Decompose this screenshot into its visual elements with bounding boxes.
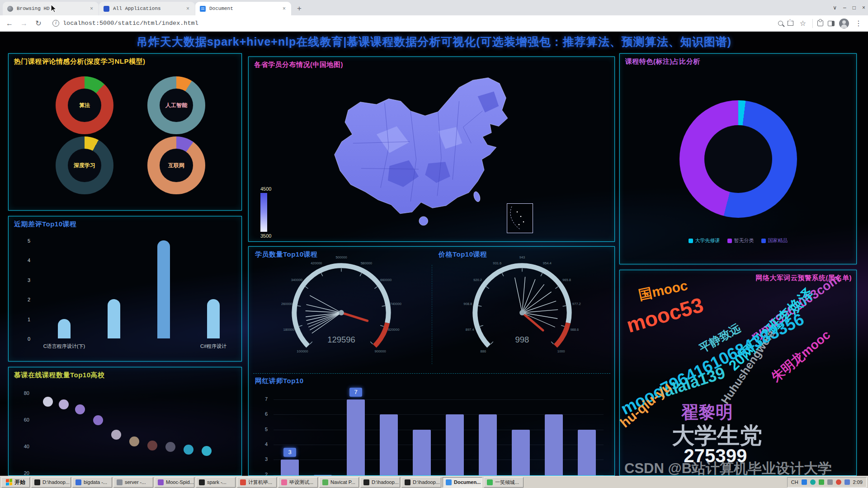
taskbar-button[interactable]: bigdata -...: [72, 477, 112, 488]
bad-reviews-bar-chart[interactable]: 012345C语言程序设计(下)C#程序设计: [9, 216, 241, 361]
dashboard: 吊炸天大数据spark+hive+nlp在线教育|慕课课程数据分析可视化(可选装…: [0, 32, 868, 476]
legend-item[interactable]: 国家精品: [761, 237, 788, 244]
universities-scatter-chart[interactable]: 80604020: [9, 367, 241, 475]
tray-usb-icon[interactable]: [844, 479, 850, 485]
maximize-button[interactable]: □: [853, 5, 856, 11]
share-icon[interactable]: [788, 21, 793, 26]
bar: [108, 299, 120, 338]
legend-item[interactable]: 大学先修课: [689, 237, 720, 244]
panel-title: 学员数量Top10课程: [255, 250, 318, 259]
legend-item[interactable]: 暂无分类: [727, 237, 754, 244]
tray-messenger-icon[interactable]: [836, 479, 841, 485]
taskbar-button[interactable]: 一笑倾城...: [484, 477, 524, 488]
wordcloud-chart[interactable]: 国moocrym19961003commooc5320网工2班李焕泽平静致远Hu…: [620, 270, 856, 475]
tab-close-icon[interactable]: ×: [185, 5, 190, 12]
system-tray: CH 2:09: [787, 477, 867, 488]
taskbar-button[interactable]: D:\hadoop...: [31, 477, 71, 488]
browser-toolbar: ← → ↻ i ☆ ⋮: [0, 15, 868, 32]
language-indicator[interactable]: CH: [791, 479, 798, 485]
profile-avatar[interactable]: [839, 19, 849, 28]
sentiment-donut: 深度学习: [56, 136, 113, 194]
scatter-dot: [147, 441, 157, 450]
tray-volume-icon[interactable]: [827, 479, 833, 485]
svg-text:908.8: 908.8: [463, 302, 472, 306]
svg-text:500000: 500000: [335, 256, 347, 259]
minimize-button[interactable]: –: [843, 5, 846, 11]
start-label: 开始: [14, 479, 25, 486]
taskbar-app-icon: [322, 479, 328, 485]
sentiment-donut: 互联网: [147, 136, 205, 194]
y-axis-label: 4: [15, 258, 30, 263]
taskbar-button[interactable]: Mooc-Spid...: [155, 477, 194, 488]
y-axis-label: 0: [15, 336, 30, 342]
svg-text:900000: 900000: [375, 349, 386, 353]
sentiment-donut-chart[interactable]: 算法人工智能深度学习互联网: [9, 54, 241, 210]
taskbar-button[interactable]: D:\hadoop...: [401, 477, 441, 488]
price-gauge-chart[interactable]: 886897.4908.8920.2931.6943954.4965.8977.…: [436, 256, 608, 370]
browser-tab[interactable]: All Applications×: [99, 2, 195, 15]
new-tab-button[interactable]: +: [293, 3, 305, 14]
tray-security-icon[interactable]: [810, 479, 816, 485]
students-gauge-chart[interactable]: 1000001800002600003400004200005000005800…: [255, 256, 427, 370]
taskbar-app-icon: [281, 479, 287, 485]
taskbar-app-icon: [199, 479, 205, 485]
close-button[interactable]: ×: [862, 5, 865, 11]
svg-text:129596: 129596: [327, 335, 355, 344]
taskbar-button[interactable]: D:\hadoop...: [360, 477, 400, 488]
donut-label: 算法: [56, 102, 113, 109]
taskbar-button[interactable]: Documen...: [443, 477, 482, 488]
donut-label: 人工智能: [147, 102, 205, 109]
bookmark-star-icon[interactable]: ☆: [798, 19, 808, 28]
panel-title: 网络大军词云预警系统(黑名单): [756, 274, 852, 282]
bar-value-label: 7: [349, 388, 362, 397]
scatter-dot: [184, 445, 193, 455]
extensions-puzzle-icon[interactable]: [817, 20, 823, 26]
china-map[interactable]: [285, 62, 583, 236]
cloud-word: mooc53: [624, 294, 705, 336]
menu-dots-icon[interactable]: ⋮: [854, 19, 863, 28]
toolbar-divider: [812, 19, 813, 28]
forward-icon[interactable]: →: [19, 19, 29, 28]
taskbar-button[interactable]: server -...: [113, 477, 153, 488]
taskbar-clock[interactable]: 2:09: [853, 479, 863, 485]
taskbar-button[interactable]: spark -...: [196, 477, 236, 488]
y-axis-label: 6: [252, 411, 268, 417]
map-visualmap-legend[interactable]: 4500 3500: [260, 186, 288, 239]
x-axis-category: C语言程序设计(下): [28, 343, 100, 350]
side-panel-icon[interactable]: [828, 21, 835, 26]
tab-close-icon[interactable]: ×: [282, 5, 287, 12]
legend-label: 大学先修课: [695, 237, 720, 244]
teachers-bar-chart[interactable]: 76543237: [249, 390, 615, 476]
url-input[interactable]: [63, 20, 769, 27]
back-icon[interactable]: ←: [5, 19, 14, 28]
site-info-icon[interactable]: i: [52, 20, 59, 27]
start-button[interactable]: 开始: [1, 477, 30, 488]
scatter-dot: [202, 446, 212, 456]
features-legend[interactable]: 大学先修课暂无分类国家精品: [620, 237, 856, 244]
bar: [512, 430, 530, 476]
svg-text:920.2: 920.2: [473, 278, 482, 282]
tray-antivirus-icon[interactable]: [819, 479, 824, 485]
tray-network-icon[interactable]: [802, 479, 807, 485]
y-axis-label: 20: [14, 470, 29, 476]
tab-close-icon[interactable]: ×: [89, 5, 94, 12]
svg-text:931.6: 931.6: [493, 261, 501, 265]
taskbar-button[interactable]: 毕设测试...: [278, 477, 318, 488]
taskbar-button-label: 一笑倾城...: [495, 479, 519, 486]
browser-tab[interactable]: Document×: [195, 2, 291, 15]
y-axis-label: 4: [252, 441, 268, 447]
taskbar-button[interactable]: 计算机毕...: [237, 477, 277, 488]
address-bar[interactable]: i: [48, 17, 774, 30]
tab-search-chevron-icon[interactable]: ∨: [833, 5, 837, 11]
y-axis-label: 1: [15, 317, 30, 322]
panel-title: 热门课程评论情感分析(深度学习NLP模型): [14, 57, 146, 66]
taskbar-app-icon: [75, 479, 81, 485]
search-lens-icon[interactable]: [778, 21, 783, 26]
bar: [58, 319, 71, 338]
features-donut-chart[interactable]: [679, 100, 797, 218]
y-axis-label: 40: [14, 444, 29, 449]
panel-bad-reviews: 近期差评Top10课程 012345C语言程序设计(下)C#程序设计: [8, 216, 242, 361]
scatter-dot: [93, 415, 103, 425]
reload-icon[interactable]: ↻: [33, 19, 43, 28]
taskbar-button[interactable]: Navicat P...: [319, 477, 359, 488]
